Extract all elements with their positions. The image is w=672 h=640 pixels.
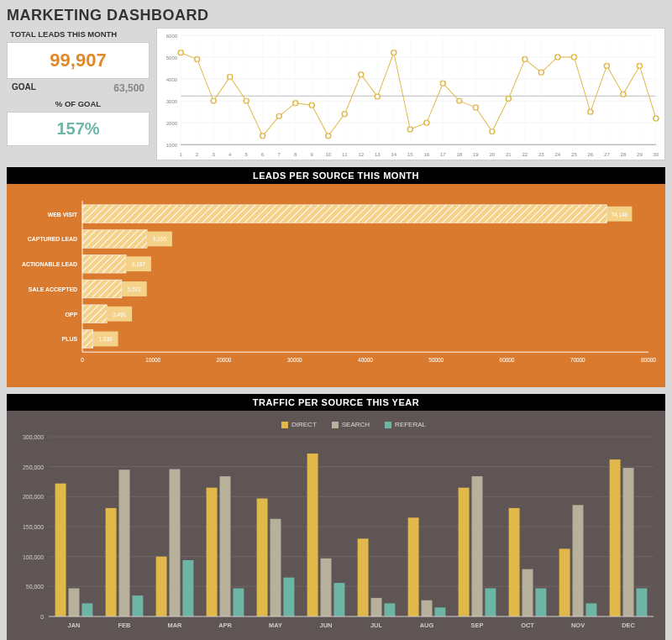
svg-text:19: 19 xyxy=(473,152,479,157)
svg-text:29: 29 xyxy=(637,152,643,157)
svg-rect-176 xyxy=(321,559,332,616)
svg-text:1: 1 xyxy=(180,152,183,157)
svg-text:3000: 3000 xyxy=(166,99,178,104)
legend-referal: REFERAL xyxy=(395,421,426,428)
svg-rect-184 xyxy=(422,601,433,616)
svg-rect-156 xyxy=(69,588,80,616)
leads-daily-line-chart: 1000200030004000500060001234567891011121… xyxy=(156,28,665,160)
svg-rect-118 xyxy=(82,280,122,298)
section-header-leads: LEADS PER SOURCE THIS MONTH xyxy=(7,167,665,184)
svg-text:6000: 6000 xyxy=(166,34,178,39)
svg-text:4: 4 xyxy=(228,152,232,157)
kpi-goal-label: GOAL xyxy=(12,82,36,94)
kpi-pct-value: 157% xyxy=(56,119,99,138)
svg-rect-157 xyxy=(81,603,92,616)
svg-text:WEB VISIT: WEB VISIT xyxy=(48,212,78,218)
svg-text:250,000: 250,000 xyxy=(23,464,44,470)
leads-per-source-bar-chart: WEB VISIT74,146CAPTURED LEAD9,155ACTIONA… xyxy=(7,184,665,387)
svg-text:23: 23 xyxy=(538,152,544,157)
svg-text:200,000: 200,000 xyxy=(23,494,44,500)
svg-text:16: 16 xyxy=(423,152,429,157)
svg-rect-169 xyxy=(233,588,244,616)
svg-text:APR: APR xyxy=(218,622,232,629)
svg-text:1,516: 1,516 xyxy=(99,336,113,342)
svg-text:14: 14 xyxy=(391,152,396,157)
svg-text:9: 9 xyxy=(311,152,314,157)
svg-text:JUL: JUL xyxy=(370,622,383,629)
legend-search: SEARCH xyxy=(342,421,370,428)
svg-text:ACTIONABLE LEAD: ACTIONABLE LEAD xyxy=(22,261,77,267)
svg-text:1000: 1000 xyxy=(166,143,178,148)
svg-text:JUN: JUN xyxy=(320,622,333,629)
svg-text:80000: 80000 xyxy=(641,357,656,363)
svg-text:5,572: 5,572 xyxy=(128,286,142,292)
svg-rect-199 xyxy=(610,459,621,616)
svg-rect-106 xyxy=(82,205,607,223)
svg-text:7: 7 xyxy=(278,152,281,157)
svg-rect-191 xyxy=(509,508,520,616)
legend-direct: DIRECT xyxy=(291,421,317,428)
svg-text:20000: 20000 xyxy=(217,357,232,363)
svg-text:25: 25 xyxy=(571,152,577,157)
svg-text:0: 0 xyxy=(81,357,84,363)
svg-rect-155 xyxy=(55,484,66,616)
svg-text:74,146: 74,146 xyxy=(612,212,628,218)
svg-rect-188 xyxy=(472,476,483,616)
svg-rect-160 xyxy=(119,470,130,616)
svg-text:5: 5 xyxy=(245,152,249,157)
svg-text:40000: 40000 xyxy=(358,357,373,363)
svg-text:28: 28 xyxy=(621,152,627,157)
svg-text:20: 20 xyxy=(489,152,495,157)
svg-text:5000: 5000 xyxy=(166,55,178,60)
svg-text:FEB: FEB xyxy=(118,622,132,629)
svg-rect-161 xyxy=(132,595,143,616)
svg-rect-179 xyxy=(358,538,369,616)
svg-text:DEC: DEC xyxy=(622,622,635,629)
svg-rect-167 xyxy=(207,488,218,616)
svg-text:4000: 4000 xyxy=(166,77,178,82)
traffic-per-source-bar-chart: DIRECT SEARCH REFERAL 050,000100,000150,… xyxy=(7,411,665,640)
svg-text:24: 24 xyxy=(555,152,561,157)
svg-rect-122 xyxy=(82,305,107,323)
svg-rect-189 xyxy=(485,588,496,616)
svg-text:12: 12 xyxy=(358,152,364,157)
svg-text:15: 15 xyxy=(407,152,413,157)
svg-text:2000: 2000 xyxy=(166,121,178,126)
kpi-total-value: 99,907 xyxy=(50,50,106,71)
svg-rect-171 xyxy=(257,498,268,616)
svg-text:10000: 10000 xyxy=(145,357,160,363)
svg-rect-165 xyxy=(182,560,193,616)
kpi-pct-box: 157% xyxy=(7,112,150,146)
svg-text:OPP: OPP xyxy=(65,312,77,317)
svg-rect-195 xyxy=(559,548,570,616)
svg-text:18: 18 xyxy=(456,152,462,157)
svg-text:3,491: 3,491 xyxy=(113,312,127,317)
svg-text:30: 30 xyxy=(654,152,659,157)
svg-rect-201 xyxy=(636,588,647,616)
svg-text:30000: 30000 xyxy=(287,357,302,363)
svg-text:11: 11 xyxy=(342,152,348,157)
svg-text:CAPTURED LEAD: CAPTURED LEAD xyxy=(28,236,77,242)
svg-text:9,155: 9,155 xyxy=(153,236,167,242)
svg-rect-114 xyxy=(82,254,126,273)
svg-rect-110 xyxy=(82,230,147,249)
svg-rect-164 xyxy=(170,470,181,616)
svg-text:60000: 60000 xyxy=(500,357,515,363)
svg-rect-173 xyxy=(283,578,294,616)
svg-text:10: 10 xyxy=(325,152,331,157)
svg-rect-187 xyxy=(459,488,470,616)
svg-rect-192 xyxy=(522,569,533,616)
svg-rect-177 xyxy=(333,583,344,616)
page-title: MARKETING DASHBOARD xyxy=(7,7,665,24)
svg-text:MAR: MAR xyxy=(168,622,183,629)
svg-text:3: 3 xyxy=(213,152,216,157)
svg-text:OCT: OCT xyxy=(521,622,534,629)
svg-text:27: 27 xyxy=(604,152,610,157)
svg-text:300,000: 300,000 xyxy=(23,434,44,440)
kpi-goal-value: 63,500 xyxy=(113,82,144,94)
svg-text:2: 2 xyxy=(196,152,199,157)
svg-text:22: 22 xyxy=(522,152,528,157)
svg-text:SEP: SEP xyxy=(471,622,484,629)
svg-rect-196 xyxy=(573,505,584,616)
svg-rect-126 xyxy=(82,330,93,349)
